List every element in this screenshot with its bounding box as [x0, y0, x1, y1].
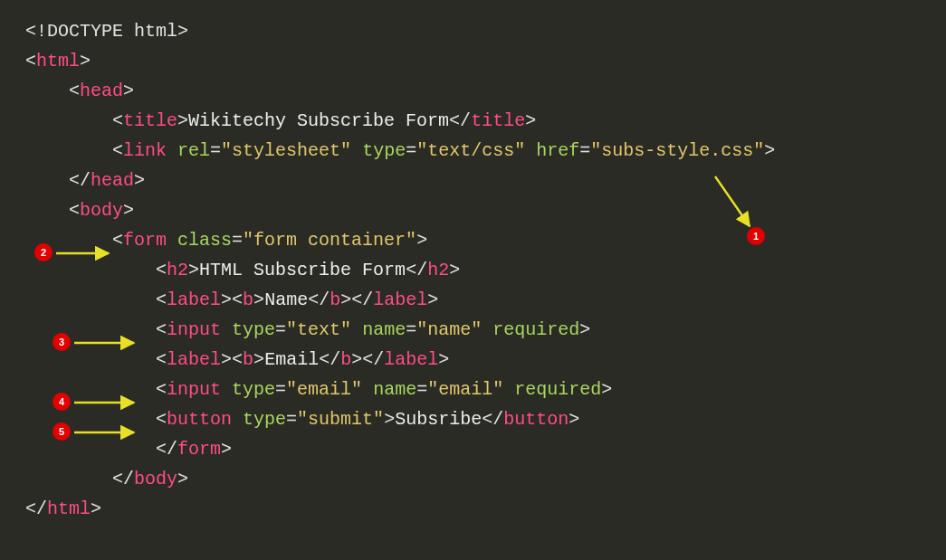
code-editor: 1 2 3 4 5 <!DOCTYPE html> <html> <head> …	[0, 0, 946, 547]
annotation-badge-2: 2	[34, 243, 53, 261]
code-line: </body>	[25, 464, 946, 494]
code-line: <body>	[25, 195, 946, 225]
code-line: <input type="text" name="name" required>	[25, 315, 946, 345]
annotation-badge-3: 3	[53, 333, 71, 351]
code-line: <form class="form container">	[25, 225, 946, 255]
code-line: </html>	[25, 494, 946, 524]
code-line: <label><b>Email</b></label>	[25, 345, 946, 375]
code-line: <head>	[25, 76, 946, 106]
annotation-badge-1: 1	[747, 227, 765, 245]
code-line: <title>Wikitechy Subscribe Form</title>	[25, 106, 946, 136]
annotation-badge-4: 4	[53, 393, 71, 411]
code-line: <html>	[25, 46, 946, 76]
code-line: <button type="submit">Subsribe</button>	[25, 404, 946, 434]
code-line: <input type="email" name="email" require…	[25, 375, 946, 404]
code-line: <label><b>Name</b></label>	[25, 285, 946, 315]
code-line: </head>	[25, 166, 946, 195]
code-line: </form>	[25, 434, 946, 464]
annotation-badge-5: 5	[53, 422, 71, 441]
code-line: <h2>HTML Subscribe Form</h2>	[25, 255, 946, 285]
code-line: <!DOCTYPE html>	[25, 16, 946, 46]
doctype: <!DOCTYPE html>	[25, 21, 188, 42]
code-line: <link rel="stylesheet" type="text/css" h…	[25, 136, 946, 166]
